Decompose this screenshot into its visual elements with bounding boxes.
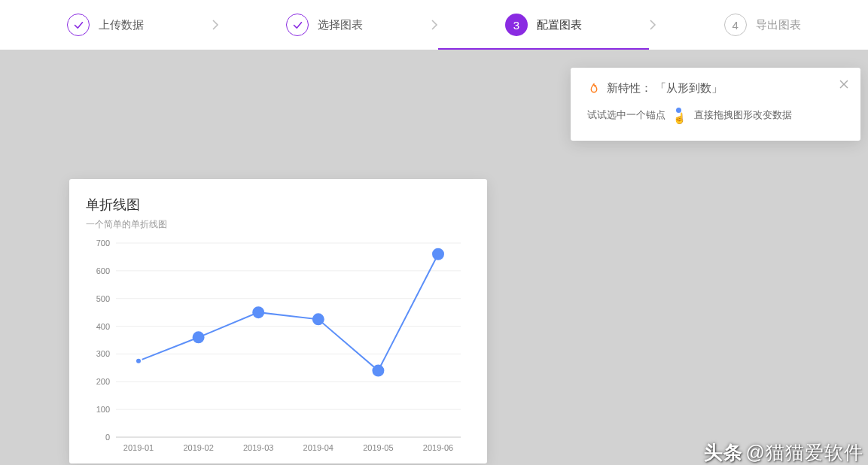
svg-text:2019-03: 2019-03 [243,443,273,452]
check-icon [286,14,309,36]
feature-tip-card: 新特性： 「从形到数」 试试选中一个锚点 ☝ 直接拖拽图形改变数据 [571,68,860,141]
svg-text:600: 600 [96,266,110,275]
step-label: 配置图表 [537,18,582,32]
svg-text:200: 200 [96,377,110,386]
chevron-right-icon [212,0,219,50]
watermark-text: 头条 [704,440,743,465]
watermark: 头条 @猫猫爱软件 [704,440,863,465]
chart-subtitle: 一个简单的单折线图 [86,218,471,231]
svg-text:300: 300 [96,349,110,358]
chevron-right-icon [431,0,438,50]
line-chart[interactable]: 01002003004005006007002019-012019-022019… [86,239,470,457]
step-export-chart[interactable]: 4 导出图表 [656,0,868,50]
svg-text:0: 0 [105,433,110,442]
check-icon [67,14,90,36]
watermark-text: @猫猫爱软件 [746,440,863,465]
step-label: 选择图表 [318,18,363,32]
cursor-icon: ☝ [673,106,687,124]
step-upload-data[interactable]: 上传数据 [0,0,212,50]
step-bar: 上传数据 选择图表 3 配置图表 4 导出图表 [0,0,868,50]
svg-text:2019-04: 2019-04 [303,443,333,452]
chart-point[interactable] [433,249,443,260]
svg-text:500: 500 [96,294,110,303]
svg-text:2019-01: 2019-01 [123,443,154,452]
chevron-right-icon [649,0,656,50]
tip-text-right: 直接拖拽图形改变数据 [694,108,792,122]
tip-text-left: 试试选中一个锚点 [587,108,665,122]
svg-text:400: 400 [96,322,110,331]
close-icon[interactable] [839,78,848,92]
step-select-chart[interactable]: 选择图表 [219,0,431,50]
chart-point[interactable] [313,314,324,324]
svg-text:2019-05: 2019-05 [363,443,393,452]
step-number-badge: 3 [505,14,528,36]
chart-point[interactable] [373,366,383,376]
step-label: 上传数据 [99,18,144,32]
svg-text:2019-06: 2019-06 [423,443,453,452]
fire-icon [587,82,601,96]
svg-text:700: 700 [96,239,110,248]
svg-text:2019-02: 2019-02 [183,443,213,452]
svg-text:100: 100 [96,405,110,414]
chart-point[interactable] [193,332,204,342]
step-configure-chart[interactable]: 3 配置图表 [438,0,650,50]
step-number-badge: 4 [724,14,747,36]
step-label: 导出图表 [756,18,801,32]
chart-point[interactable] [253,307,263,318]
tip-title: 新特性： 「从形到数」 [607,81,723,96]
chart-point[interactable] [136,358,142,364]
chart-title: 单折线图 [86,196,471,214]
chart-card[interactable]: 单折线图 一个简单的单折线图 0100200300400500600700201… [69,179,487,463]
